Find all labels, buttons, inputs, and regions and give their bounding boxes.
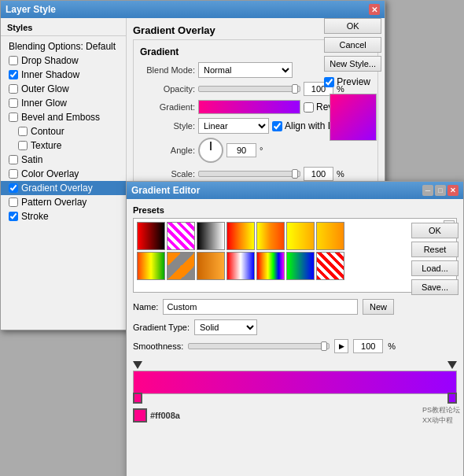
opacity-thumb[interactable] — [292, 84, 298, 94]
preset-swatch-11[interactable] — [226, 252, 255, 280]
gradient-overlay-label: Gradient Overlay — [21, 183, 93, 194]
contour-label: Contour — [31, 126, 64, 137]
pattern-overlay-checkbox[interactable] — [9, 197, 18, 207]
sidebar-item-bevel-emboss[interactable]: Bevel and Emboss — [1, 110, 126, 124]
scale-input[interactable] — [304, 167, 333, 181]
ok-button[interactable]: OK — [324, 18, 381, 34]
smoothness-label: Smoothness: — [133, 341, 183, 351]
style-select[interactable]: Linear — [198, 118, 269, 134]
ge-new-button[interactable]: New — [363, 299, 394, 315]
sidebar-item-color-overlay[interactable]: Color Overlay — [1, 167, 126, 181]
preset-swatch-4[interactable] — [226, 222, 255, 250]
color-overlay-label: Color Overlay — [21, 168, 79, 179]
texture-checkbox[interactable] — [18, 141, 28, 150]
angle-input[interactable] — [226, 143, 256, 157]
name-input[interactable] — [163, 299, 358, 315]
preset-swatch-10[interactable] — [197, 252, 225, 280]
name-label: Name: — [133, 302, 158, 312]
presets-area: ▶ — [133, 218, 457, 293]
gradient-editor-body: Presets — [127, 199, 463, 429]
preset-swatch-3[interactable] — [197, 222, 225, 250]
preset-swatch-13[interactable] — [286, 252, 315, 280]
color-swatch[interactable] — [133, 408, 147, 422]
sidebar-item-blending-options[interactable]: Blending Options: Default — [1, 39, 126, 54]
titlebar-controls: ─ □ ✕ — [422, 185, 458, 196]
contour-checkbox[interactable] — [18, 127, 28, 136]
stroke-checkbox[interactable] — [9, 212, 18, 221]
gradient-label: Gradient: — [140, 102, 195, 112]
close-button[interactable]: ✕ — [447, 185, 458, 196]
preview-checkbox[interactable] — [324, 77, 334, 87]
layer-style-sidebar: Styles Blending Options: Default Drop Sh… — [1, 18, 127, 330]
sidebar-item-pattern-overlay[interactable]: Pattern Overlay — [1, 195, 126, 209]
bevel-emboss-checkbox[interactable] — [9, 113, 18, 122]
gradient-overlay-checkbox[interactable] — [9, 183, 18, 193]
preset-swatch-6[interactable] — [286, 222, 315, 250]
sidebar-item-outer-glow[interactable]: Outer Glow — [1, 82, 126, 96]
align-layer-checkbox[interactable] — [272, 121, 282, 131]
cancel-button[interactable]: Cancel — [324, 37, 381, 53]
blending-options-label: Blending Options: Default — [9, 41, 116, 52]
outer-glow-checkbox[interactable] — [9, 84, 18, 94]
angle-unit: ° — [260, 146, 263, 155]
ge-load-button[interactable]: Load... — [411, 260, 458, 276]
smoothness-thumb[interactable] — [321, 341, 327, 351]
ge-save-button[interactable]: Save... — [411, 279, 458, 295]
opacity-stop-right[interactable] — [447, 361, 457, 369]
opacity-stop-left[interactable] — [133, 361, 142, 369]
color-stops — [133, 394, 457, 404]
inner-glow-checkbox[interactable] — [9, 98, 18, 108]
sidebar-styles-title: Styles — [1, 21, 126, 36]
sidebar-item-drop-shadow[interactable]: Drop Shadow — [1, 54, 126, 68]
scale-label: Scale: — [140, 169, 195, 179]
smoothness-slider[interactable] — [188, 343, 330, 349]
gradient-editor-title: Gradient Editor — [131, 185, 200, 196]
preset-swatch-12[interactable] — [256, 252, 285, 280]
layer-style-title: Layer Style — [6, 4, 56, 15]
scale-unit: % — [337, 169, 344, 179]
layer-style-titlebar: Layer Style ✕ — [1, 1, 385, 18]
blend-mode-select[interactable]: Normal — [198, 62, 293, 78]
layer-style-close-button[interactable]: ✕ — [369, 4, 380, 15]
gradient-preview[interactable] — [198, 100, 300, 114]
angle-label: Angle: — [140, 146, 195, 155]
smoothness-step-btn[interactable]: ▶ — [334, 339, 348, 353]
satin-checkbox[interactable] — [9, 155, 18, 164]
gradient-bar[interactable] — [133, 371, 457, 394]
preset-swatch-8[interactable] — [137, 252, 165, 280]
maximize-button[interactable]: □ — [435, 185, 446, 196]
minimize-button[interactable]: ─ — [422, 185, 433, 196]
preset-swatch-5[interactable] — [256, 222, 285, 250]
inner-shadow-checkbox[interactable] — [9, 70, 18, 79]
preset-swatch-2[interactable] — [167, 222, 195, 250]
preview-box — [330, 94, 377, 141]
scale-slider[interactable] — [198, 171, 300, 177]
color-overlay-checkbox[interactable] — [9, 169, 18, 179]
ge-ok-button[interactable]: OK — [411, 223, 458, 238]
sidebar-item-gradient-overlay[interactable]: Gradient Overlay — [1, 181, 126, 195]
ge-reset-button[interactable]: Reset — [411, 242, 458, 257]
sidebar-item-satin[interactable]: Satin — [1, 153, 126, 167]
opacity-label: Opacity: — [140, 84, 195, 94]
gradient-type-select[interactable]: Solid Noise — [194, 319, 257, 335]
sidebar-item-texture[interactable]: Texture — [1, 138, 126, 153]
preset-swatch-14[interactable] — [316, 252, 344, 280]
color-stop-right[interactable] — [447, 393, 457, 404]
scale-thumb[interactable] — [292, 169, 298, 179]
preset-swatch-9[interactable] — [167, 252, 195, 280]
smoothness-input[interactable] — [353, 339, 383, 353]
preset-swatch-7[interactable] — [316, 222, 344, 250]
sidebar-item-stroke[interactable]: Stroke — [1, 209, 126, 223]
sidebar-item-inner-glow[interactable]: Inner Glow — [1, 96, 126, 110]
sidebar-item-contour[interactable]: Contour — [1, 124, 126, 138]
presets-grid — [137, 222, 453, 280]
blend-mode-label: Blend Mode: — [140, 65, 195, 75]
sidebar-item-inner-shadow[interactable]: Inner Shadow — [1, 68, 126, 82]
angle-dial[interactable] — [198, 138, 223, 163]
preset-swatch-1[interactable] — [137, 222, 165, 250]
opacity-slider[interactable] — [198, 86, 300, 92]
drop-shadow-checkbox[interactable] — [9, 56, 18, 65]
reverse-checkbox[interactable] — [304, 102, 314, 113]
new-style-button[interactable]: New Style... — [324, 56, 381, 72]
color-stop-left[interactable] — [133, 393, 142, 404]
